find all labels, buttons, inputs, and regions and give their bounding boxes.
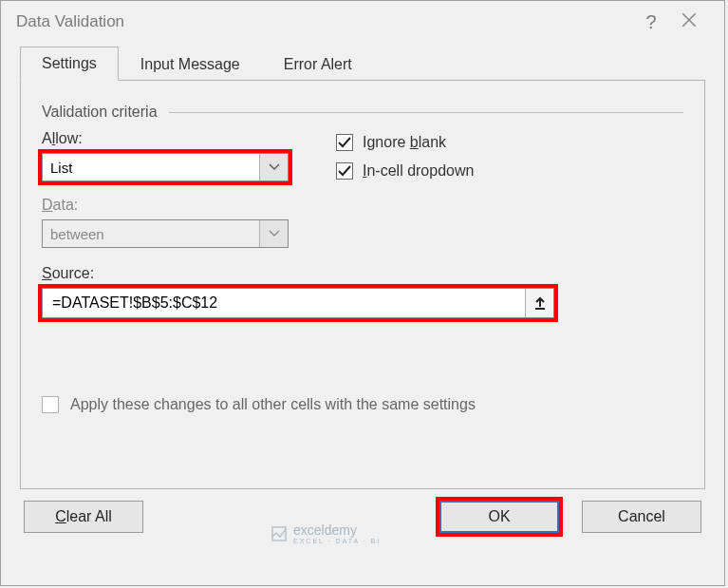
incell-dropdown-label: In-cell dropdown — [363, 162, 474, 180]
criteria-legend: Validation criteria — [42, 104, 683, 121]
ok-button[interactable]: OK — [439, 501, 559, 533]
data-validation-dialog: Data Validation ? Settings Input Message… — [0, 0, 725, 586]
data-value: between — [43, 226, 259, 242]
help-button[interactable]: ? — [633, 11, 669, 33]
incell-dropdown-checkbox[interactable] — [336, 162, 353, 180]
allow-label: Allow: — [42, 130, 308, 147]
legend-line — [169, 112, 683, 113]
cancel-button[interactable]: Cancel — [582, 501, 701, 533]
check-icon — [338, 165, 351, 177]
check-icon — [338, 137, 351, 148]
allow-dropdown[interactable]: List — [42, 153, 289, 181]
source-input[interactable]: =DATASET!$B$5:$C$12 — [43, 294, 525, 312]
allow-dropdown-arrow — [259, 154, 288, 180]
close-button[interactable] — [669, 11, 709, 33]
range-selector-button[interactable] — [525, 289, 553, 317]
data-label: Data: — [42, 197, 683, 214]
close-icon — [681, 11, 698, 28]
settings-panel: Validation criteria Allow: List — [20, 81, 705, 489]
data-dropdown: between — [42, 219, 289, 248]
apply-label: Apply these changes to all other cells w… — [70, 396, 476, 413]
tab-input-message[interactable]: Input Message — [119, 47, 262, 81]
ignore-blank-label: Ignore blank — [363, 134, 446, 151]
ignore-blank-checkbox[interactable] — [336, 134, 353, 151]
ignore-blank-row[interactable]: Ignore blank — [336, 134, 683, 151]
apply-checkbox[interactable] — [42, 396, 59, 413]
chevron-down-icon — [269, 230, 280, 237]
clear-all-button[interactable]: Clear All — [24, 501, 143, 533]
apply-row[interactable]: Apply these changes to all other cells w… — [42, 396, 683, 413]
collapse-dialog-icon — [533, 296, 547, 310]
criteria-legend-text: Validation criteria — [42, 104, 158, 121]
source-label: Source: — [42, 265, 683, 282]
data-dropdown-arrow — [259, 220, 288, 247]
titlebar: Data Validation ? — [1, 1, 724, 43]
source-input-wrap: =DATASET!$B$5:$C$12 — [42, 288, 554, 318]
tab-bar: Settings Input Message Error Alert — [20, 43, 705, 81]
validation-criteria-group: Validation criteria Allow: List — [42, 94, 683, 413]
tab-error-alert[interactable]: Error Alert — [262, 47, 374, 81]
dialog-title: Data Validation — [16, 12, 633, 31]
allow-value: List — [43, 160, 259, 176]
tab-settings[interactable]: Settings — [20, 47, 119, 81]
button-bar: Clear All OK Cancel — [1, 489, 724, 544]
chevron-down-icon — [269, 163, 280, 171]
incell-dropdown-row[interactable]: In-cell dropdown — [336, 162, 683, 180]
